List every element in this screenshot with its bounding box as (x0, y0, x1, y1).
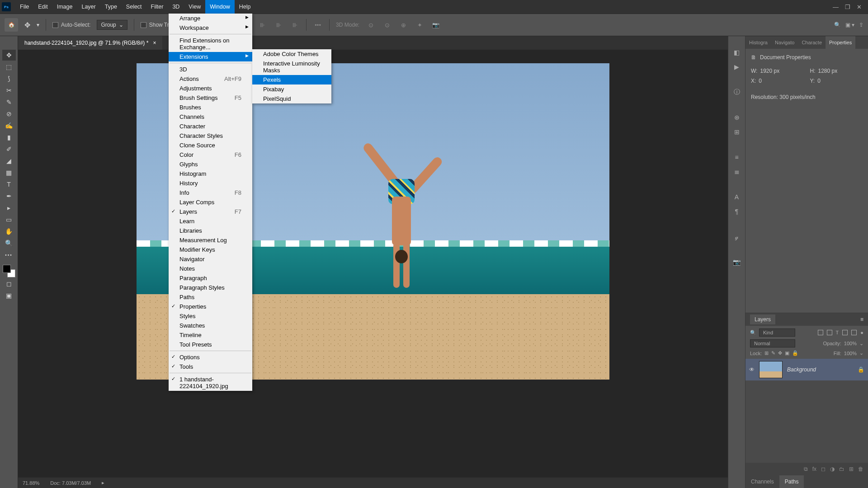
menu-item[interactable]: ActionsAlt+F9 (169, 74, 252, 84)
menu-item[interactable]: Brush SettingsF5 (169, 93, 252, 103)
menu-item[interactable]: Paths (169, 292, 252, 302)
menu-edit[interactable]: Edit (33, 0, 52, 14)
menu-item[interactable]: Extensions▶ (169, 52, 252, 61)
zoom-level[interactable]: 71.88% (23, 480, 39, 486)
menu-item[interactable]: Pexels (252, 75, 331, 84)
paragraph-icon[interactable]: ¶ (731, 206, 742, 217)
menu-item[interactable]: PixelSquid (252, 94, 331, 103)
lock-icon[interactable]: 🔒 (792, 350, 798, 356)
menu-item[interactable]: 3D (169, 65, 252, 74)
hand-tool[interactable]: ✋ (2, 226, 16, 237)
menu-item[interactable]: LayersF7✓ (169, 207, 252, 216)
menu-item[interactable]: Layer Comps (169, 197, 252, 207)
auto-select-checkbox[interactable]: Auto-Select: (52, 22, 90, 28)
menu-select[interactable]: Select (122, 0, 146, 14)
maximize-icon[interactable]: ❐ (845, 4, 850, 10)
menu-item[interactable]: Adobe Color Themes (252, 49, 331, 59)
filter-kind-dropdown[interactable]: Kind (759, 328, 795, 337)
search-icon[interactable]: 🔍 (834, 22, 841, 28)
brushes-icon[interactable]: ≡ (731, 152, 742, 163)
workspace-icon[interactable]: ▣ ▾ (845, 22, 854, 28)
settings-icon[interactable]: ≣ (731, 166, 742, 177)
fx-icon[interactable]: fx (812, 466, 816, 472)
more-icon[interactable]: ••• (313, 20, 323, 30)
group-icon[interactable]: 🗀 (839, 466, 844, 472)
menu-window[interactable]: Window (205, 0, 234, 14)
distribute-icon[interactable]: ⊪ (290, 20, 300, 30)
pen-tool[interactable]: ✒ (2, 191, 16, 202)
menu-help[interactable]: Help (235, 0, 255, 14)
screenmode-tool[interactable]: ▣ (2, 290, 16, 301)
3d-icon[interactable]: ⊙ (366, 20, 376, 30)
menu-filter[interactable]: Filter (146, 0, 168, 14)
panel-tab[interactable]: Channels (745, 475, 779, 488)
doc-size[interactable]: Doc: 7.03M/7.03M (50, 480, 91, 486)
menu-item[interactable]: Tool Presets (169, 340, 252, 349)
play-icon[interactable]: ▶ (731, 61, 742, 72)
shape-tool[interactable]: ▭ (2, 214, 16, 225)
mask-icon[interactable]: ◻ (821, 466, 826, 472)
menu-item[interactable]: History (169, 178, 252, 188)
layer-name[interactable]: Background (787, 366, 816, 373)
menu-item[interactable]: Tools✓ (169, 362, 252, 371)
heal-tool[interactable]: ⊘ (2, 108, 16, 119)
home-button[interactable]: 🏠 (5, 18, 18, 32)
layer-thumbnail[interactable] (759, 361, 783, 378)
move-tool-icon[interactable]: ✥ (24, 21, 30, 29)
new-layer-icon[interactable]: ⊞ (849, 466, 854, 472)
panel-menu-icon[interactable]: ≡ (860, 316, 863, 323)
lock-icon[interactable]: 🔒 (858, 366, 864, 373)
minimize-icon[interactable]: — (833, 4, 839, 10)
close-icon[interactable]: × (153, 40, 156, 46)
3d-icon[interactable]: ⊕ (398, 20, 408, 30)
panel-tab[interactable]: Histogra (745, 36, 771, 49)
lock-icon[interactable]: ✥ (778, 350, 782, 356)
share-icon[interactable]: ⇪ (859, 22, 863, 28)
lock-icon[interactable]: ⊞ (764, 350, 769, 356)
menu-item[interactable]: Character Styles (169, 131, 252, 141)
stamp-tool[interactable]: ▮ (2, 132, 16, 143)
close-icon[interactable]: ✕ (857, 4, 862, 10)
menu-item[interactable]: Arrange▶ (169, 14, 252, 23)
menu-item[interactable]: Workspace▶ (169, 23, 252, 33)
menu-item[interactable]: Modifier Keys (169, 245, 252, 254)
panel-tab[interactable]: Navigato (771, 36, 798, 49)
chevron-right-icon[interactable]: ▸ (102, 480, 104, 486)
menu-item[interactable]: Properties✓ (169, 302, 252, 311)
type-tool[interactable]: T (2, 179, 16, 190)
document-tab[interactable]: handstand-2224104_1920.jpg @ 71.9% (RGB/… (18, 36, 162, 50)
color-swatches[interactable] (3, 265, 15, 277)
menu-item[interactable]: Swatches (169, 321, 252, 330)
edit-toolbar[interactable]: ••• (2, 249, 16, 260)
trash-icon[interactable]: 🗑 (858, 466, 863, 472)
swatches-icon[interactable]: ⊛ (731, 112, 742, 123)
lock-icon[interactable]: ✎ (771, 350, 775, 356)
menu-item[interactable]: Interactive Luminosity Masks (252, 59, 331, 75)
menu-item[interactable]: Histogram (169, 169, 252, 178)
filter-icon[interactable] (827, 330, 832, 335)
menu-item[interactable]: Libraries (169, 226, 252, 235)
adjustment-icon[interactable]: ◑ (830, 466, 835, 472)
menu-item[interactable]: Paragraph Styles (169, 283, 252, 292)
filter-icon[interactable] (818, 330, 823, 335)
menu-type[interactable]: Type (100, 0, 122, 14)
blend-mode-dropdown[interactable]: Normal (750, 339, 795, 347)
menu-item[interactable]: Options✓ (169, 352, 252, 362)
filter-icon[interactable] (842, 330, 848, 335)
menu-3d[interactable]: 3D (168, 0, 184, 14)
eyedropper-tool[interactable]: ✎ (2, 97, 16, 108)
menu-file[interactable]: File (15, 0, 33, 14)
menu-image[interactable]: Image (52, 0, 77, 14)
menu-item[interactable]: 1 handstand-2224104_1920.jpg✓ (169, 375, 252, 391)
filter-icon[interactable] (851, 330, 857, 335)
menu-item[interactable]: Pixabay (252, 84, 331, 94)
color-panel-icon[interactable]: ◧ (731, 47, 742, 58)
menu-item[interactable]: InfoF8 (169, 188, 252, 197)
history-brush-tool[interactable]: ✐ (2, 144, 16, 155)
menu-item[interactable]: Find Extensions on Exchange... (169, 36, 252, 52)
filter-toggle[interactable]: ● (860, 330, 863, 335)
filter-icon[interactable]: T (836, 330, 839, 335)
menu-item[interactable]: Brushes (169, 103, 252, 112)
3d-icon[interactable]: ✦ (415, 20, 425, 30)
layers-tab[interactable]: Layers (750, 314, 775, 324)
